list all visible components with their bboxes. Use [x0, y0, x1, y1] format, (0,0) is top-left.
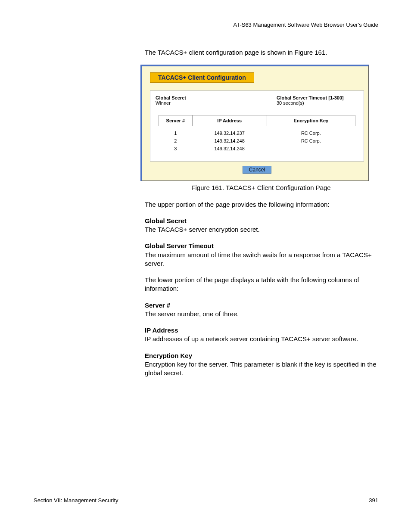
global-secret-label: Global Secret	[156, 95, 186, 100]
panel-title: TACACS+ Client Configuration	[150, 72, 254, 83]
term-key: Encryption Key	[145, 352, 377, 360]
term-global-timeout: Global Server Timeout	[145, 242, 377, 250]
col-ip: IP Address	[192, 115, 267, 126]
cell-key: RC Corp.	[267, 126, 355, 137]
table-row: 1 149.32.14.237 RC Corp.	[159, 126, 355, 137]
col-server: Server #	[159, 115, 192, 126]
cell-ip: 149.32.14.237	[192, 126, 267, 137]
def-server: The server number, one of three.	[145, 310, 377, 318]
cell-key: RC Corp.	[267, 137, 355, 145]
def-global-secret: The TACACS+ server encryption secret.	[145, 225, 377, 234]
cell-ip: 149.32.14.248	[192, 137, 267, 145]
lower-intro: The lower portion of the page displays a…	[145, 276, 377, 293]
intro-paragraph: The TACACS+ client configuration page is…	[145, 48, 377, 57]
cell-server: 3	[159, 145, 192, 152]
term-ip: IP Address	[145, 326, 377, 335]
figure-caption: Figure 161. TACACS+ Client Configuration…	[145, 184, 377, 192]
term-global-secret: Global Secret	[145, 217, 377, 225]
cell-server: 1	[159, 126, 192, 137]
cell-key	[267, 145, 355, 152]
table-row: 2 149.32.14.248 RC Corp.	[159, 137, 355, 145]
def-global-timeout: The maximum amount of time the switch wa…	[145, 251, 377, 268]
header-guide-title: AT-S63 Management Software Web Browser U…	[233, 22, 378, 28]
table-row: 3 149.32.14.248	[159, 145, 355, 152]
term-server: Server #	[145, 301, 377, 310]
cell-ip: 149.32.14.248	[192, 145, 267, 152]
footer-page-number: 391	[369, 497, 378, 504]
upper-intro: The upper portion of the page provides t…	[145, 200, 377, 209]
def-ip: IP addresses of up a network server cont…	[145, 335, 377, 343]
footer-section: Section VII: Management Security	[34, 497, 118, 504]
global-timeout-value: 30 second(s)	[277, 100, 304, 106]
def-key: Encryption key for the server. This para…	[145, 360, 377, 378]
cancel-button[interactable]: Cancel	[243, 166, 271, 174]
global-timeout-label: Global Server Timeout [1-300]	[277, 95, 344, 100]
figure-screenshot: TACACS+ Client Configuration Global Secr…	[140, 65, 369, 181]
cell-server: 2	[159, 137, 192, 145]
global-secret-value: Winner	[156, 100, 171, 106]
col-key: Encryption Key	[267, 115, 355, 126]
servers-table: Server # IP Address Encryption Key 1 149…	[159, 115, 355, 152]
